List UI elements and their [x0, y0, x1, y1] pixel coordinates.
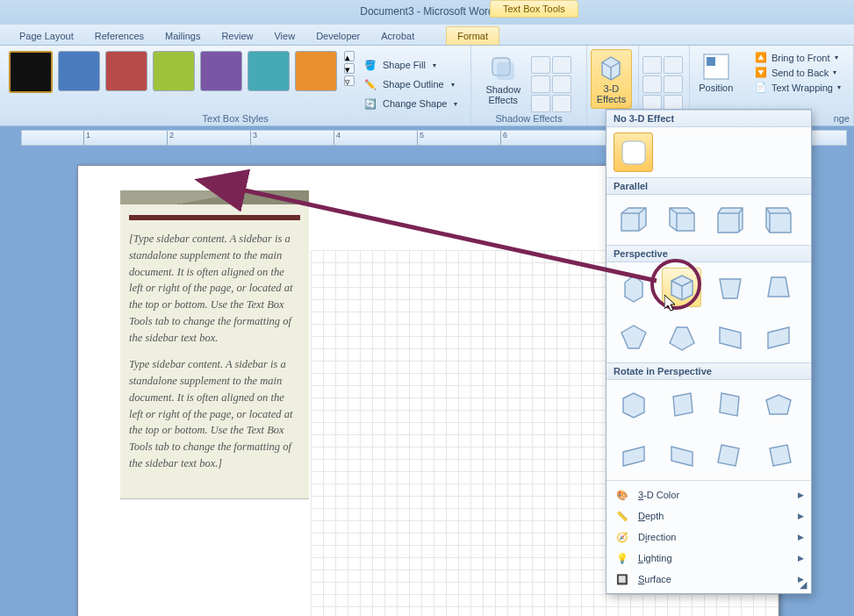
- nudge-left[interactable]: [531, 75, 550, 93]
- parallel-option-1[interactable]: [614, 200, 653, 240]
- tilt-1[interactable]: [642, 56, 662, 74]
- gallery-up-icon[interactable]: ▴: [344, 51, 355, 61]
- ruler-tick: 2: [167, 131, 174, 145]
- nudge-extra[interactable]: [552, 95, 571, 112]
- bring-to-front-button[interactable]: 🔼 Bring to Front▾: [751, 51, 844, 64]
- tab-developer[interactable]: Developer: [305, 27, 370, 45]
- depth-menu[interactable]: 📏 Depth ▶: [606, 505, 811, 526]
- surface-icon: 🔲: [615, 572, 629, 586]
- style-swatch-5[interactable]: [200, 51, 242, 91]
- nudge-right[interactable]: [552, 56, 571, 74]
- gallery-down-icon[interactable]: ▾: [344, 63, 355, 74]
- nudge-center[interactable]: [531, 95, 550, 112]
- dropdown-arrow-icon: ▾: [451, 81, 455, 89]
- tab-references[interactable]: References: [84, 27, 154, 45]
- svg-marker-31: [768, 277, 789, 297]
- ribbon-tabs: Page Layout References Mailings Review V…: [0, 25, 854, 46]
- rotate-option-7[interactable]: [710, 435, 750, 475]
- perspective-option-4[interactable]: [758, 268, 798, 307]
- bring-front-icon: 🔼: [755, 52, 767, 63]
- perspective-option-7[interactable]: [710, 318, 750, 357]
- nudge-up[interactable]: [531, 56, 550, 74]
- rotate-option-1[interactable]: [614, 385, 653, 425]
- svg-marker-37: [673, 393, 693, 416]
- section-rotate: Rotate in Perspective: [606, 362, 811, 380]
- surface-menu[interactable]: 🔲 Surface ▶: [606, 569, 811, 590]
- svg-rect-7: [707, 57, 715, 66]
- tab-format[interactable]: Format: [446, 26, 499, 45]
- rotate-option-4[interactable]: [758, 385, 798, 425]
- perspective-option-8[interactable]: [758, 318, 798, 357]
- shadow-effects-button[interactable]: Shadow Effects: [480, 51, 526, 109]
- group-text-box-styles: ▴ ▾ ▿ 🪣 Shape Fill ▾ ✏️ Shape Outline ▾ …: [0, 46, 471, 125]
- group-label-styles: Text Box Styles: [0, 113, 470, 124]
- shape-outline-button[interactable]: ✏️ Shape Outline ▾: [360, 75, 461, 93]
- shape-fill-label: Shape Fill: [383, 60, 426, 70]
- perspective-option-1[interactable]: [614, 268, 653, 307]
- ruler-tick: 1: [83, 131, 90, 145]
- style-swatch-4[interactable]: [153, 51, 195, 91]
- 3d-tilt-pad: [642, 51, 683, 112]
- svg-marker-32: [621, 326, 646, 348]
- tilt-4[interactable]: [664, 75, 683, 93]
- perspective-option-5[interactable]: [614, 318, 653, 357]
- rotate-option-2[interactable]: [662, 385, 701, 425]
- style-swatch-6[interactable]: [248, 51, 290, 91]
- position-button[interactable]: Position: [693, 49, 738, 97]
- shape-outline-label: Shape Outline: [383, 79, 444, 90]
- svg-marker-43: [770, 445, 791, 466]
- svg-marker-34: [720, 327, 741, 348]
- svg-marker-39: [766, 395, 791, 414]
- tab-page-layout[interactable]: Page Layout: [9, 27, 84, 45]
- direction-menu[interactable]: 🧭 Direction ▶: [606, 526, 811, 548]
- style-swatch-2[interactable]: [58, 51, 100, 91]
- style-swatch-7[interactable]: [295, 51, 337, 91]
- no-3d-effect-option[interactable]: [614, 133, 653, 172]
- sidebar-text[interactable]: [Type sidebar content. A sidebar is a st…: [129, 231, 300, 472]
- nudge-down[interactable]: [552, 75, 571, 93]
- tilt-2[interactable]: [664, 56, 683, 74]
- submenu-arrow-icon: ▶: [798, 533, 804, 541]
- tilt-3[interactable]: [642, 75, 662, 93]
- sidebar-text-box[interactable]: [Type sidebar content. A sidebar is a st…: [120, 190, 309, 498]
- svg-marker-42: [718, 445, 739, 466]
- tab-view[interactable]: View: [263, 27, 305, 45]
- ruler-tick: 3: [250, 131, 257, 145]
- rotate-option-3[interactable]: [710, 385, 750, 425]
- tab-mailings[interactable]: Mailings: [154, 27, 211, 45]
- perspective-option-6[interactable]: [662, 318, 701, 357]
- text-wrapping-button[interactable]: 📄 Text Wrapping▾: [751, 81, 844, 94]
- section-no-3d: No 3-D Effect: [606, 110, 811, 127]
- position-label: Position: [699, 82, 733, 93]
- lighting-menu[interactable]: 💡 Lighting ▶: [606, 548, 811, 569]
- style-swatch-3[interactable]: [105, 51, 147, 91]
- gallery-more-icon[interactable]: ▿: [344, 75, 355, 86]
- style-swatch-1[interactable]: [9, 51, 53, 93]
- 3d-color-menu[interactable]: 🎨 33-D Color-D Color ▶: [606, 484, 811, 505]
- tab-review[interactable]: Review: [211, 27, 263, 45]
- rotate-option-5[interactable]: [614, 435, 653, 475]
- perspective-option-2[interactable]: [662, 268, 701, 307]
- svg-marker-38: [720, 393, 739, 416]
- shape-fill-button[interactable]: 🪣 Shape Fill ▾: [360, 56, 461, 74]
- dropdown-arrow-icon: ▾: [454, 100, 457, 108]
- dropdown-arrow-icon: ▾: [433, 61, 436, 69]
- parallel-option-2[interactable]: [662, 200, 701, 240]
- parallel-option-3[interactable]: [710, 200, 750, 240]
- perspective-option-3[interactable]: [710, 268, 750, 307]
- tab-acrobat[interactable]: Acrobat: [370, 27, 425, 45]
- color-icon: 🎨: [615, 488, 629, 502]
- section-parallel: Parallel: [606, 177, 811, 195]
- dropdown-resize-grip-icon[interactable]: ◢: [797, 577, 809, 591]
- change-shape-button[interactable]: 🔄 Change Shape ▾: [360, 95, 461, 112]
- group-label-shadow: Shadow Effects: [471, 113, 585, 124]
- svg-rect-1: [497, 62, 514, 80]
- 3d-effects-button[interactable]: 3-D Effects: [591, 49, 632, 109]
- rotate-option-6[interactable]: [662, 435, 701, 475]
- depth-label: Depth: [638, 511, 664, 521]
- send-to-back-button[interactable]: 🔽 Send to Back▾: [751, 66, 844, 79]
- parallel-option-4[interactable]: [758, 200, 798, 240]
- send-back-label: Send to Back: [771, 68, 829, 78]
- rotate-option-8[interactable]: [758, 435, 798, 475]
- direction-icon: 🧭: [615, 530, 629, 544]
